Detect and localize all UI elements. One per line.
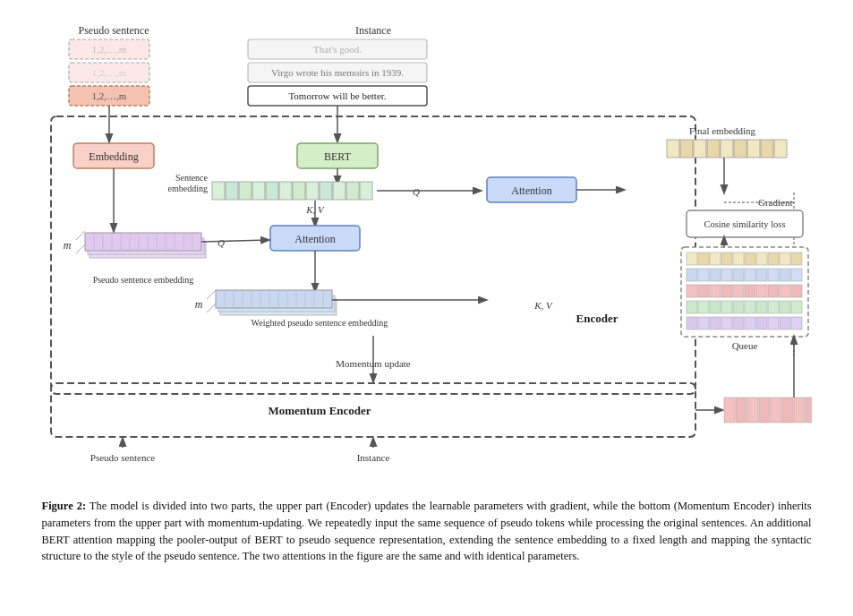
figure-ref: Figure 2:	[42, 500, 87, 512]
momentum-encoder-label: Momentum Encoder	[268, 404, 371, 417]
svg-rect-123	[698, 317, 709, 329]
svg-rect-89	[768, 252, 779, 265]
svg-rect-112	[687, 301, 697, 313]
svg-rect-84	[710, 252, 721, 265]
svg-rect-125	[721, 317, 732, 329]
svg-rect-129	[768, 317, 779, 329]
embedding-label: Embedding	[89, 150, 138, 163]
final-embed-label: Final embedding	[688, 125, 755, 136]
pseudo-sentence-bottom-label: Pseudo sentence	[90, 452, 155, 463]
svg-rect-99	[768, 269, 779, 281]
svg-rect-130	[780, 317, 790, 329]
svg-rect-76	[774, 140, 787, 158]
svg-rect-103	[698, 285, 709, 297]
svg-rect-52	[216, 290, 332, 308]
svg-rect-93	[698, 269, 709, 281]
svg-rect-85	[721, 252, 732, 265]
svg-rect-115	[721, 301, 732, 313]
m-label-1: m	[63, 239, 71, 252]
instance-box-2: Virgo wrote his memoirs in 1939.	[270, 67, 403, 78]
svg-rect-95	[721, 269, 732, 281]
svg-rect-75	[761, 140, 773, 158]
svg-rect-122	[687, 317, 697, 329]
svg-rect-142	[794, 398, 805, 423]
svg-rect-116	[733, 301, 744, 313]
svg-rect-102	[687, 285, 697, 297]
svg-rect-109	[768, 285, 779, 297]
svg-rect-119	[768, 301, 779, 313]
svg-rect-124	[710, 317, 721, 329]
svg-rect-98	[756, 269, 767, 281]
svg-rect-18	[279, 182, 292, 200]
svg-rect-90	[780, 252, 790, 265]
svg-rect-91	[791, 252, 802, 265]
svg-rect-100	[780, 269, 790, 281]
svg-rect-17	[266, 182, 278, 200]
svg-rect-22	[333, 182, 345, 200]
svg-rect-139	[759, 398, 770, 423]
svg-rect-94	[710, 269, 721, 281]
m-label-2: m	[194, 298, 202, 311]
attention-label-right: Attention	[511, 184, 551, 197]
svg-rect-23	[346, 182, 359, 200]
instance-bottom-label: Instance	[356, 452, 389, 463]
svg-rect-110	[780, 285, 790, 297]
svg-rect-127	[745, 317, 755, 329]
svg-rect-111	[791, 285, 802, 297]
sentence-embedding-label: Sentence	[175, 173, 208, 183]
svg-rect-14	[226, 182, 238, 200]
pseudo-box-3: 1,2,…,m	[91, 90, 126, 101]
svg-rect-128	[756, 317, 767, 329]
svg-rect-137	[736, 398, 746, 423]
svg-rect-97	[745, 269, 755, 281]
svg-rect-117	[745, 301, 755, 313]
svg-rect-82	[687, 252, 697, 265]
queue-label: Queue	[731, 340, 757, 351]
svg-rect-68	[667, 140, 679, 158]
svg-rect-96	[733, 269, 744, 281]
svg-rect-101	[791, 269, 802, 281]
svg-rect-107	[745, 285, 755, 297]
figure-caption: Figure 2: The model is divided into two …	[42, 498, 812, 565]
svg-rect-138	[747, 398, 758, 423]
svg-rect-136	[724, 398, 735, 423]
svg-rect-113	[698, 301, 709, 313]
svg-rect-86	[733, 252, 744, 265]
svg-rect-32	[85, 233, 201, 251]
svg-rect-120	[780, 301, 790, 313]
encoder-label: Encoder	[576, 312, 618, 325]
kv-label-2: K, V	[533, 300, 553, 311]
svg-rect-131	[791, 317, 802, 329]
weighted-embed-label: Weighted pseudo sentence embedding	[251, 318, 388, 328]
svg-rect-20	[306, 182, 319, 200]
svg-rect-92	[687, 269, 697, 281]
svg-rect-104	[710, 285, 721, 297]
svg-rect-141	[782, 398, 793, 423]
svg-rect-140	[771, 398, 781, 423]
svg-rect-73	[734, 140, 746, 158]
instance-box-1: That's good.	[313, 44, 362, 55]
svg-rect-13	[212, 182, 225, 200]
q-label-2: Q	[218, 237, 225, 248]
svg-rect-87	[745, 252, 755, 265]
attention-label-center: Attention	[294, 233, 335, 245]
pseudo-box-2: 1,2,…,m	[91, 67, 126, 78]
svg-rect-118	[756, 301, 767, 313]
svg-rect-143	[806, 398, 812, 423]
svg-rect-83	[698, 252, 709, 265]
bert-label: BERT	[324, 150, 352, 163]
caption-text: The model is divided into two parts, the…	[42, 500, 812, 562]
svg-rect-106	[733, 285, 744, 297]
instance-top-label: Instance	[355, 24, 391, 37]
svg-rect-15	[239, 182, 252, 200]
sentence-embedding-label2: embedding	[167, 184, 207, 193]
cosine-label: Cosine similarity loss	[704, 219, 785, 229]
svg-rect-71	[707, 140, 720, 158]
svg-rect-72	[721, 140, 733, 158]
svg-rect-21	[320, 182, 332, 200]
svg-rect-126	[733, 317, 744, 329]
svg-rect-16	[252, 182, 265, 200]
pseudo-embed-label: Pseudo sentence embedding	[92, 275, 193, 285]
svg-rect-105	[721, 285, 732, 297]
pseudo-box-1: 1,2,…,m	[91, 44, 126, 55]
